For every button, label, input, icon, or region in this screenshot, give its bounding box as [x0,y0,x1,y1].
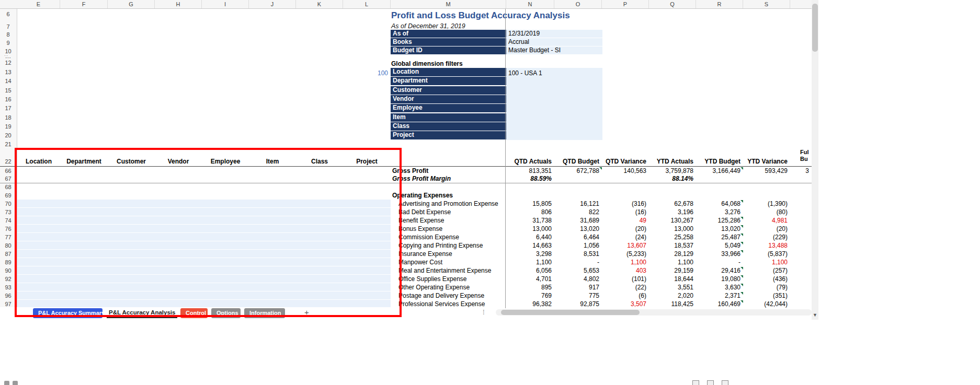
row-header[interactable]: 7 [0,23,16,31]
value-cell[interactable]: (5,837) [743,250,790,258]
row-label[interactable]: Gross Profit Margin [391,174,451,183]
value-cell[interactable]: 813,351 [506,167,554,175]
value-cell[interactable]: 3,551 [649,283,696,291]
row-header[interactable]: 18 [0,114,16,122]
filter-label-cell[interactable]: Item [391,113,506,122]
value-cell[interactable]: 2,020 [649,291,696,300]
tab-control[interactable]: Control [180,308,208,318]
row-header[interactable]: 69 [0,191,16,200]
value-cell[interactable]: 4,981 [743,216,790,225]
value-cell[interactable]: 118,425 [649,300,696,308]
value-cell[interactable]: 88.59% [506,174,554,183]
value-cell[interactable]: 3,298 [506,250,554,258]
value-cell[interactable]: 3,630 [696,283,743,291]
tab-scrollbar-splitter[interactable]: ⁞ [483,308,484,316]
value-cell[interactable]: 29,416 [696,266,743,275]
vertical-scrollbar[interactable]: ▼ [812,0,818,320]
row-header[interactable]: 14 [0,77,16,85]
tab-pl-accuracy-summary[interactable]: P&L Accuracy Summary [33,308,102,318]
value-cell[interactable]: (257) [743,266,790,275]
value-cell[interactable]: 4,802 [554,275,602,283]
value-cell[interactable]: 29,159 [649,266,696,275]
filter-label-cell[interactable]: Vendor [391,95,506,103]
value-cell[interactable]: 3,196 [649,208,696,216]
value-cell[interactable]: 3,507 [602,300,649,308]
value-cell[interactable] [743,183,790,191]
column-header[interactable]: G [108,0,155,8]
row-header[interactable]: 68 [0,183,16,191]
value-cell[interactable]: (6) [602,291,649,300]
filter-label-cell[interactable]: Department [391,77,506,85]
value-cell[interactable]: 672,788 [554,167,602,175]
row-label[interactable]: Office Supplies Expense [391,275,467,283]
left-pane-cells[interactable] [17,191,391,199]
value-cell[interactable]: 3,276 [696,208,743,216]
value-cell[interactable]: 1,100 [506,258,554,266]
value-cell[interactable]: 6,056 [506,266,554,275]
row-label[interactable]: Bad Debt Expense [391,208,451,216]
column-header[interactable]: K [296,0,343,8]
row-header[interactable]: 13 [0,68,16,76]
row-label[interactable]: Operating Expenses [391,191,453,200]
value-cell[interactable]: (24) [602,233,649,241]
field-label-cell[interactable]: Books [391,38,506,46]
tab-pl-accuracy-analysis[interactable]: P&L Accuracy Analysis [107,308,177,318]
field-value-cell[interactable]: Master Budget - SI [506,46,602,54]
filter-label-cell[interactable]: Project [391,131,506,139]
field-value-cell[interactable]: 12/31/2019 [506,30,602,38]
value-cell[interactable]: 25,258 [649,233,696,241]
row-label[interactable]: Advertising and Promotion Expense [391,200,498,208]
value-cell[interactable]: 88.14% [649,174,696,183]
row-header[interactable]: 74 [0,216,16,225]
row-label[interactable] [391,183,392,191]
table-column-header[interactable]: QTD Budget [554,157,602,166]
value-cell[interactable]: (316) [602,200,649,208]
value-cell[interactable] [506,183,554,191]
left-pane-cells[interactable] [17,208,391,216]
dimension-column-header[interactable]: Vendor [168,157,189,166]
row-label[interactable]: Other Operating Expense [391,283,470,291]
page-layout-view-icon[interactable] [707,380,714,385]
column-header[interactable]: N [506,0,554,8]
left-pane-cells[interactable] [17,200,391,207]
value-cell[interactable]: 1,100 [649,258,696,266]
left-pane-cells[interactable] [17,167,391,174]
location-code-cell[interactable]: 100 [343,69,388,77]
value-cell[interactable]: 806 [506,208,554,216]
value-cell[interactable]: (5,233) [602,250,649,258]
page-break-view-icon[interactable] [722,380,728,385]
vertical-scrollbar-thumb[interactable] [812,4,818,52]
dimension-column-header[interactable]: Customer [117,157,146,166]
value-cell[interactable] [743,191,790,200]
row-label[interactable]: Insurance Expense [391,250,452,258]
horizontal-scrollbar-thumb[interactable] [501,310,640,315]
value-cell[interactable]: 49 [602,216,649,225]
value-cell[interactable]: (80) [743,208,790,216]
row-header[interactable]: 9 [0,39,16,47]
table-column-header[interactable]: YTD Budget [696,157,743,166]
new-sheet-button[interactable]: + [304,308,309,317]
row-label[interactable]: Meal and Entertainment Expense [391,266,491,275]
row-header[interactable]: 12 [0,59,16,67]
value-cell[interactable] [554,191,602,200]
row-label[interactable]: Manpower Cost [391,258,442,266]
value-cell[interactable]: 5,049 [696,241,743,250]
left-pane-cells[interactable] [17,241,391,249]
row-header[interactable]: 89 [0,258,16,266]
row-header[interactable]: 15 [0,87,16,95]
value-cell[interactable]: 593,429 [743,167,790,175]
value-cell[interactable] [649,183,696,191]
row-header[interactable]: 96 [0,291,16,300]
value-cell[interactable]: 8,531 [554,250,602,258]
tab-information[interactable]: Information [244,308,285,318]
table-column-header[interactable]: QTD Variance [602,157,649,166]
filter-label-cell[interactable]: Customer [391,86,506,95]
row-header[interactable]: 17 [0,104,16,112]
column-header[interactable]: M [391,0,506,8]
column-header[interactable]: I [202,0,249,8]
value-cell[interactable]: - [696,258,743,266]
row-header[interactable]: 73 [0,208,16,216]
filter-label-cell[interactable]: Location [391,68,506,76]
value-cell[interactable]: 31,689 [554,216,602,225]
dimension-column-header[interactable]: Location [26,157,52,166]
